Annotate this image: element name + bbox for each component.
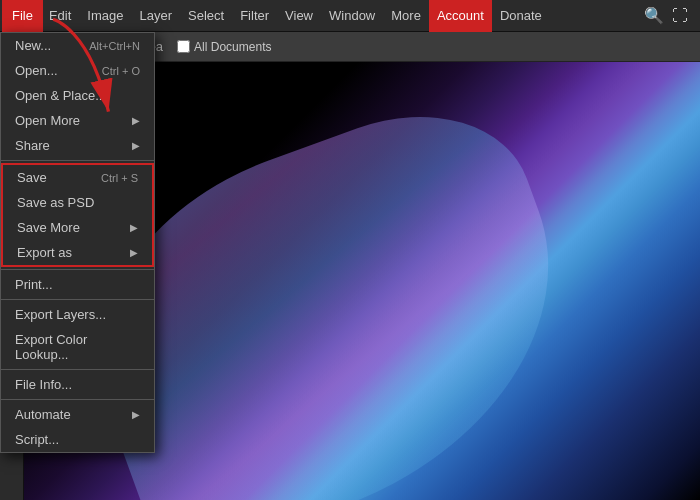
menu-item-new[interactable]: New... Alt+Ctrl+N	[1, 33, 154, 58]
menu-image[interactable]: Image	[79, 0, 131, 32]
save-group: Save Ctrl + S Save as PSD Save More ▶ Ex…	[1, 163, 154, 267]
menu-layer[interactable]: Layer	[132, 0, 181, 32]
menu-file[interactable]: File	[4, 0, 41, 32]
menu-item-save-psd[interactable]: Save as PSD	[3, 190, 152, 215]
menu-edit[interactable]: Edit	[41, 0, 79, 32]
menu-select[interactable]: Select	[180, 0, 232, 32]
menubar-icons: 🔍 ⛶	[636, 6, 696, 25]
separator-1	[1, 160, 154, 161]
menu-item-open-place[interactable]: Open & Place...	[1, 83, 154, 108]
separator-4	[1, 369, 154, 370]
all-docs-checkbox[interactable]	[177, 40, 190, 53]
menu-account[interactable]: Account	[429, 0, 492, 32]
menu-donate[interactable]: Donate	[492, 0, 550, 32]
menu-filter[interactable]: Filter	[232, 0, 277, 32]
menu-item-export-as[interactable]: Export as ▶	[3, 240, 152, 265]
separator-2	[1, 269, 154, 270]
menu-item-print[interactable]: Print...	[1, 272, 154, 297]
separator-3	[1, 299, 154, 300]
search-icon[interactable]: 🔍	[644, 6, 664, 25]
menu-item-open[interactable]: Open... Ctrl + O	[1, 58, 154, 83]
menu-window[interactable]: Window	[321, 0, 383, 32]
all-docs-group: All Documents	[177, 40, 271, 54]
menu-item-save-more[interactable]: Save More ▶	[3, 215, 152, 240]
menu-item-export-color[interactable]: Export Color Lookup...	[1, 327, 154, 367]
menu-item-save[interactable]: Save Ctrl + S	[3, 165, 152, 190]
menu-view[interactable]: View	[277, 0, 321, 32]
menu-item-export-layers[interactable]: Export Layers...	[1, 302, 154, 327]
file-dropdown: New... Alt+Ctrl+N Open... Ctrl + O Open …	[0, 32, 155, 453]
menu-item-share[interactable]: Share ▶	[1, 133, 154, 158]
menu-bar: File Edit Image Layer Select Filter View…	[0, 0, 700, 32]
separator-5	[1, 399, 154, 400]
menu-item-script[interactable]: Script...	[1, 427, 154, 452]
menu-item-automate[interactable]: Automate ▶	[1, 402, 154, 427]
menu-item-file-info[interactable]: File Info...	[1, 372, 154, 397]
all-docs-label: All Documents	[194, 40, 271, 54]
fullscreen-icon[interactable]: ⛶	[672, 7, 688, 25]
menu-more[interactable]: More	[383, 0, 429, 32]
menu-item-open-more[interactable]: Open More ▶	[1, 108, 154, 133]
